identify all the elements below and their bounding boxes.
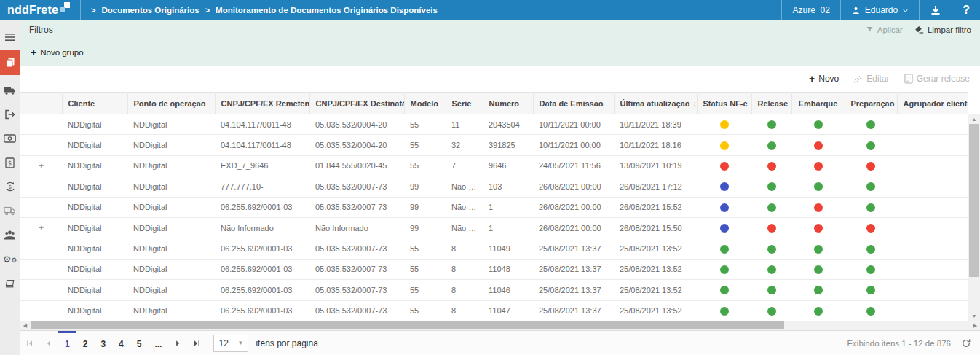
cell-remetente: 04.104.117/0011-48 xyxy=(215,135,309,155)
next-page-button[interactable] xyxy=(168,331,187,355)
generate-release-button[interactable]: Gerar release xyxy=(904,74,970,84)
horizontal-scrollbar[interactable]: ◀ ▶ xyxy=(20,321,980,330)
table-row[interactable]: NDDigitalNDDigital04.104.117/0011-4805.0… xyxy=(20,135,968,155)
page-button-3[interactable]: 3 xyxy=(94,331,112,355)
col-cliente[interactable]: Cliente xyxy=(62,93,127,114)
eraser-icon xyxy=(914,26,924,34)
status-dot-green xyxy=(866,203,875,212)
row-expander xyxy=(20,238,62,259)
edit-button[interactable]: Editar xyxy=(853,74,889,84)
col-destinatario[interactable]: CNPJ/CPF/EX Destinatário xyxy=(309,93,404,114)
scroll-down-icon[interactable]: ▼ xyxy=(968,311,980,321)
table-row[interactable]: NDDigitalNDDigital777.777.10-05.035.532/… xyxy=(20,176,968,197)
help-button[interactable]: ? xyxy=(952,0,980,20)
apply-filter-button[interactable]: Aplicar xyxy=(866,26,903,34)
sidebar-item-transporte[interactable] xyxy=(0,200,20,222)
col-numero[interactable]: Número xyxy=(483,93,533,114)
col-release[interactable]: Release xyxy=(751,93,791,114)
status-dot-red xyxy=(720,162,729,171)
cell-ultima-atualizacao: 13/09/2021 10:19 xyxy=(614,155,697,176)
environment-label[interactable]: Azure_02 xyxy=(781,0,839,20)
col-ponto-operacao[interactable]: Ponto de operação xyxy=(127,93,215,114)
cell-ultima-atualizacao: 26/08/2021 17:12 xyxy=(614,176,697,197)
cell-data-emissao: 26/08/2021 00:00 xyxy=(533,176,614,197)
col-agrupador-cliente[interactable]: Agrupador cliente xyxy=(897,93,968,114)
cell-agrupador-cliente xyxy=(897,300,968,321)
vertical-scrollbar[interactable]: ▲ ▼ xyxy=(968,114,980,321)
page-button-5[interactable]: 5 xyxy=(130,331,149,355)
refresh-icon[interactable] xyxy=(961,338,971,348)
cell-agrupador-cliente xyxy=(897,155,968,176)
scroll-up-icon[interactable]: ▲ xyxy=(968,114,980,124)
cell-cliente: NDDigital xyxy=(62,197,127,217)
banknote-icon xyxy=(4,134,16,143)
cell-cliente: NDDigital xyxy=(62,259,127,279)
cell-numero: 1 xyxy=(483,217,533,238)
scroll-right-icon[interactable]: ▶ xyxy=(971,321,980,330)
col-remetente[interactable]: CNPJ/CPF/EX Remetente xyxy=(215,93,309,114)
col-modelo[interactable]: Modelo xyxy=(404,93,446,114)
status-dot-green xyxy=(866,307,875,316)
sidebar-item-conciliacao[interactable]: $ xyxy=(0,176,20,198)
breadcrumb-item[interactable]: Documentos Originários xyxy=(101,6,199,15)
new-group-button[interactable]: + Novo grupo xyxy=(20,39,980,66)
cell-status-nfe xyxy=(697,280,751,300)
status-dot-red xyxy=(814,141,823,150)
col-preparacao[interactable]: Preparação xyxy=(845,93,897,114)
clear-filter-button[interactable]: Limpar filtro xyxy=(914,26,971,34)
table-row[interactable]: NDDigitalNDDigital06.255.692/0001-0305.0… xyxy=(20,280,968,300)
logo-text: nddFrete xyxy=(7,4,58,17)
status-dot-green xyxy=(814,182,823,191)
sidebar-item-pagamentos[interactable] xyxy=(0,128,20,149)
vertical-scrollbar-thumb[interactable] xyxy=(969,124,979,277)
table-row[interactable]: +NDDigitalNDDigitalEXD_7_964601.844.555/… xyxy=(20,155,968,176)
cell-destinatario: 05.035.532/0007-73 xyxy=(309,238,404,259)
last-page-button[interactable] xyxy=(187,331,206,355)
page-ellipsis-button[interactable]: ... xyxy=(148,331,168,355)
sidebar-item-faturas[interactable]: $ xyxy=(0,152,20,173)
sidebar-item-usuarios[interactable] xyxy=(0,224,20,246)
col-status-nfe[interactable]: Status NF-e xyxy=(697,93,751,114)
table-row[interactable]: NDDigitalNDDigital06.255.692/0001-0305.0… xyxy=(20,197,968,217)
col-ultima-atualizacao[interactable]: Última atualização↓ xyxy=(614,93,697,114)
new-button[interactable]: + Novo xyxy=(809,74,839,84)
sidebar-item-exportacao[interactable] xyxy=(0,104,20,125)
cell-remetente: 06.255.692/0001-03 xyxy=(215,300,309,321)
horizontal-scrollbar-thumb[interactable] xyxy=(31,321,784,329)
table-row[interactable]: NDDigitalNDDigital06.255.692/0001-0305.0… xyxy=(20,300,968,321)
table-row[interactable]: NDDigitalNDDigital06.255.692/0001-0305.0… xyxy=(20,259,968,279)
col-data-emissao[interactable]: Data de Emissão xyxy=(533,93,614,114)
table-row[interactable]: NDDigitalNDDigital06.255.692/0001-0305.0… xyxy=(20,238,968,259)
cell-destinatario: 05.035.532/0004-20 xyxy=(309,114,404,135)
page-button-1[interactable]: 1 xyxy=(58,331,76,355)
cell-embarque xyxy=(791,300,845,321)
cell-cliente: NDDigital xyxy=(62,238,127,259)
sidebar-item-configuracoes[interactable]: ⚙⚙ xyxy=(0,248,20,270)
page-size-select[interactable]: 12 ▼ xyxy=(213,335,248,352)
sidebar-item-documentos[interactable] xyxy=(0,50,20,75)
cell-preparacao xyxy=(845,259,897,279)
sort-desc-icon: ↓ xyxy=(692,99,697,108)
cell-modelo: 55 xyxy=(404,135,446,155)
page-size-label: itens por página xyxy=(256,338,317,348)
user-menu[interactable]: Eduardo xyxy=(840,0,919,20)
sidebar-item-frete[interactable] xyxy=(0,79,20,101)
prev-page-button[interactable] xyxy=(39,331,58,355)
app-logo[interactable]: nddFrete xyxy=(0,0,80,20)
col-embarque[interactable]: Embarque xyxy=(791,93,845,114)
app-window: nddFrete > Documentos Originários > Moni… xyxy=(0,0,980,355)
scroll-left-icon[interactable]: ◀ xyxy=(20,321,30,330)
sidebar-menu-toggle[interactable] xyxy=(0,26,20,48)
table-row[interactable]: +NDDigitalNDDigitalNão InformadoNão Info… xyxy=(20,217,968,238)
cell-serie: 8 xyxy=(446,238,483,259)
row-expander[interactable]: + xyxy=(20,155,62,176)
sidebar-item-relatorios[interactable] xyxy=(0,272,20,294)
page-button-4[interactable]: 4 xyxy=(112,331,130,355)
download-button[interactable] xyxy=(919,0,952,20)
col-serie[interactable]: Série xyxy=(446,93,483,114)
row-expander[interactable]: + xyxy=(20,217,62,238)
page-button-2[interactable]: 2 xyxy=(76,331,95,355)
first-page-button[interactable] xyxy=(20,331,39,355)
table-row[interactable]: NDDigitalNDDigital04.104.117/0011-4805.0… xyxy=(20,114,968,135)
cell-serie: 8 xyxy=(446,259,483,279)
